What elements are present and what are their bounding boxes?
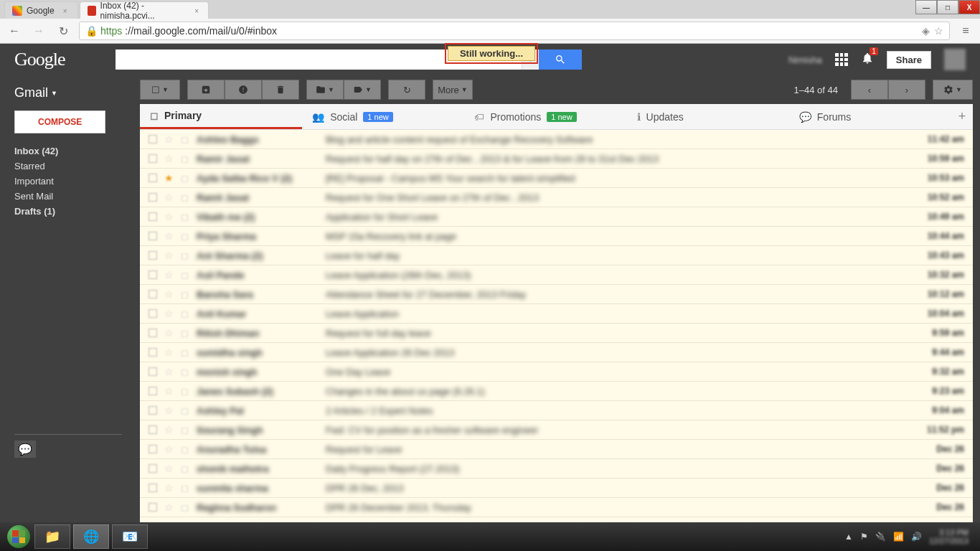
row-checkbox[interactable]	[149, 290, 157, 298]
tray-clock[interactable]: 3:13 PM12/27/2013	[929, 528, 969, 545]
tray-flag-icon[interactable]: ⚑	[860, 532, 868, 542]
sidebar-item[interactable]: Inbox (42)	[14, 143, 140, 159]
sidebar-item[interactable]: Starred	[14, 159, 140, 174]
task-chrome[interactable]: 🌐	[73, 524, 109, 549]
star-icon[interactable]: ☆	[164, 482, 174, 494]
row-checkbox[interactable]	[149, 135, 157, 143]
row-checkbox[interactable]	[149, 251, 157, 260]
star-icon[interactable]: ☆	[164, 211, 174, 222]
tray-power-icon[interactable]: 🔌	[875, 532, 886, 542]
star-icon[interactable]: ☆	[164, 385, 174, 397]
star-icon[interactable]: ☆	[164, 133, 174, 145]
tray-up-icon[interactable]: ▲	[844, 532, 853, 542]
row-checkbox[interactable]	[149, 270, 157, 279]
email-row[interactable]: ☆ ◻ Priya Sharma MSP 15a Recovery link a…	[140, 227, 973, 246]
row-checkbox[interactable]	[149, 154, 157, 163]
email-row[interactable]: ☆ ◻ shonik malhotra Daily Progress Repor…	[140, 459, 973, 479]
window-close[interactable]: X	[958, 0, 980, 14]
email-row[interactable]: ☆ ◻ sunmita sharma DPR 26 Dec, 2013 Dec …	[140, 479, 973, 498]
row-checkbox[interactable]	[149, 174, 157, 182]
compose-button[interactable]: COMPOSE	[14, 110, 105, 133]
category-tab[interactable]: ℹUpdates	[627, 104, 789, 129]
importance-marker[interactable]: ◻	[181, 154, 189, 164]
tray-volume-icon[interactable]: 🔊	[911, 532, 922, 542]
window-minimize[interactable]: —	[915, 0, 937, 14]
email-row[interactable]: ☆ ◻ Ant Sharma (2) Leave for half day 10…	[140, 246, 973, 265]
star-icon[interactable]: ☆	[164, 501, 174, 513]
email-row[interactable]: ☆ ◻ Bansha Sara Attendance Sheet for 27 …	[140, 285, 973, 304]
row-checkbox[interactable]	[149, 212, 157, 221]
refresh-button[interactable]: ↻	[388, 80, 425, 100]
back-button[interactable]: ←	[6, 22, 23, 39]
email-row[interactable]: ☆ ◻ Sourang Singh Fwd: CV for position a…	[140, 420, 973, 440]
next-page-button[interactable]: ›	[888, 80, 925, 100]
more-button[interactable]: More ▼	[433, 80, 473, 100]
tray-wifi-icon[interactable]: 📶	[893, 532, 904, 542]
select-checkbox[interactable]: ☐ ▼	[140, 80, 180, 100]
delete-button[interactable]	[262, 80, 299, 100]
importance-marker[interactable]: ◻	[181, 328, 189, 339]
forward-button[interactable]: →	[30, 22, 47, 39]
star-icon[interactable]: ☆	[164, 269, 174, 281]
importance-marker[interactable]: ◻	[181, 212, 189, 222]
email-row[interactable]: ☆ ◻ Ashley Pal 2 Articles / 2 Expert Not…	[140, 401, 973, 420]
page-action-icon[interactable]: ◈	[922, 25, 930, 37]
spam-button[interactable]	[225, 80, 262, 100]
star-icon[interactable]: ☆	[164, 424, 174, 435]
importance-marker[interactable]: ◻	[181, 367, 189, 377]
prev-page-button[interactable]: ‹	[851, 80, 888, 100]
star-icon[interactable]: ☆	[164, 463, 174, 474]
gmail-dropdown[interactable]: Gmail ▼	[14, 85, 140, 100]
email-row[interactable]: ☆ ◻ Ramit Jasat Request for One Short Le…	[140, 188, 973, 207]
menu-icon[interactable]: ≡	[957, 22, 974, 39]
importance-marker[interactable]: ◻	[181, 347, 189, 358]
share-button[interactable]: Share	[887, 51, 931, 69]
importance-marker[interactable]: ◻	[181, 192, 189, 203]
move-to-button[interactable]: ▼	[306, 80, 344, 100]
row-checkbox[interactable]	[149, 503, 157, 512]
email-row[interactable]: ☆ ◻ monish singh One Day Leave 9:32 am	[140, 362, 973, 382]
category-tab[interactable]: ◻Primary	[140, 104, 302, 129]
star-icon[interactable]: ☆	[164, 230, 174, 242]
row-checkbox[interactable]	[149, 406, 157, 415]
reload-button[interactable]: ↻	[55, 22, 72, 39]
star-icon[interactable]: ☆	[164, 250, 174, 261]
page-count[interactable]: 1–44 of 44	[794, 85, 838, 95]
email-row[interactable]: ☆ ◻ Reghna Sudharsn DPR 26 December 2013…	[140, 498, 973, 517]
email-row[interactable]: ☆ ◻ sumidha singh Leave Application 26 D…	[140, 343, 973, 362]
task-explorer[interactable]: 📁	[34, 524, 70, 549]
sidebar-item[interactable]: Sent Mail	[14, 189, 140, 204]
importance-marker[interactable]: ◻	[181, 250, 189, 261]
row-checkbox[interactable]	[149, 232, 157, 240]
row-checkbox[interactable]	[149, 367, 157, 376]
importance-marker[interactable]: ◻	[181, 502, 189, 513]
row-checkbox[interactable]	[149, 425, 157, 434]
email-row[interactable]: ☆ ◻ Anil Kumar Leave Application 10:04 a…	[140, 304, 973, 324]
importance-marker[interactable]: ◻	[181, 386, 189, 397]
settings-button[interactable]: ▼	[933, 80, 973, 100]
row-checkbox[interactable]	[149, 445, 157, 453]
importance-marker[interactable]: ◻	[181, 270, 189, 281]
notifications-button[interactable]: 1	[861, 52, 874, 67]
start-button[interactable]	[4, 524, 33, 550]
star-icon[interactable]: ☆	[164, 288, 174, 300]
importance-marker[interactable]: ◻	[181, 463, 189, 474]
add-category-button[interactable]: +	[951, 109, 973, 124]
google-logo[interactable]: Google	[14, 49, 65, 70]
email-row[interactable]: ☆ ◻ Anuradha Tulsa Request for Leave Dec…	[140, 440, 973, 459]
tab-close-icon[interactable]: ×	[194, 7, 201, 14]
email-row[interactable]: ☆ ◻ Vibath me (2) Application for Short …	[140, 207, 973, 227]
star-icon[interactable]: ☆	[164, 327, 174, 339]
importance-marker[interactable]: ◻	[181, 405, 189, 416]
star-icon[interactable]: ☆	[164, 347, 174, 358]
browser-tab[interactable]: Google ×	[4, 1, 78, 19]
row-checkbox[interactable]	[149, 348, 157, 357]
star-icon[interactable]: ☆	[164, 366, 174, 377]
star-icon[interactable]: ☆	[164, 308, 174, 319]
importance-marker[interactable]: ◻	[181, 483, 189, 494]
row-checkbox[interactable]	[149, 484, 157, 492]
browser-tab-active[interactable]: Inbox (42) - nimisha.pcvi... ×	[80, 1, 209, 19]
tab-close-icon[interactable]: ×	[63, 7, 70, 14]
url-input[interactable]: 🔒 https://mail.google.com/mail/u/0/#inbo…	[79, 22, 950, 40]
importance-marker[interactable]: ◻	[181, 134, 189, 145]
